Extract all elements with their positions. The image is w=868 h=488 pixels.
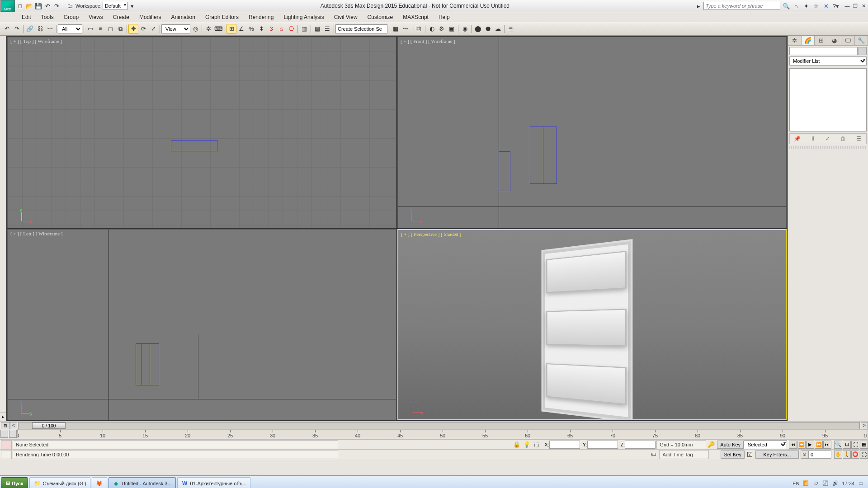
time-config-icon[interactable]: ⏲ xyxy=(801,450,809,459)
project-icon[interactable]: 🗂 xyxy=(66,2,74,10)
trackbar-keymode-icon[interactable] xyxy=(0,430,8,438)
save-file-icon[interactable]: 💾 xyxy=(34,2,42,10)
lock-selection-icon[interactable]: 🔒 xyxy=(512,440,522,450)
menu-rendering[interactable]: Rendering xyxy=(244,13,278,21)
unlink-icon[interactable]: ⛓ xyxy=(35,24,45,34)
viewport-top[interactable]: [ + ] [ Top ] [ Wireframe ] yx xyxy=(7,37,396,228)
menu-help[interactable]: Help xyxy=(434,13,454,21)
snap-3-icon[interactable]: 3 xyxy=(266,24,276,34)
prev-frame-icon[interactable]: ⏪ xyxy=(797,441,806,449)
selection-filter-select[interactable]: All xyxy=(58,24,82,33)
select-move-icon[interactable]: ✥ xyxy=(128,24,138,34)
close-icon[interactable]: ✕ xyxy=(860,3,867,9)
current-frame-input[interactable] xyxy=(809,450,831,459)
left-strip-tab[interactable]: ▸ xyxy=(0,412,6,421)
app-logo-icon[interactable]: MXD xyxy=(0,0,15,12)
menu-animation[interactable]: Animation xyxy=(167,13,200,21)
nav-orbit-icon[interactable]: ⭕ xyxy=(851,450,859,459)
play-icon[interactable]: ▶ xyxy=(806,441,814,449)
menu-create[interactable]: Create xyxy=(108,13,134,21)
menu-modifiers[interactable]: Modifiers xyxy=(135,13,166,21)
align-icon[interactable]: ▤ xyxy=(312,24,322,34)
render-preset-icon[interactable]: ⬣ xyxy=(483,24,493,34)
material-editor-icon[interactable]: ◐ xyxy=(427,24,437,34)
search-icon[interactable]: 🔍 xyxy=(781,1,791,11)
new-file-icon[interactable]: 🗋 xyxy=(16,2,24,10)
time-slider-track[interactable]: 0 / 100 xyxy=(18,422,860,429)
key-filters-button[interactable]: Key Filters... xyxy=(755,450,799,459)
pivot-center-icon[interactable]: ◎ xyxy=(190,24,200,34)
tab-modify-icon[interactable]: 🌈 xyxy=(802,36,815,45)
object-name-input[interactable] xyxy=(789,47,858,55)
open-file-icon[interactable]: 📂 xyxy=(25,2,33,10)
snap-percent-icon[interactable]: % xyxy=(246,24,256,34)
render-in-cloud-icon[interactable]: ☁ xyxy=(493,24,503,34)
start-button[interactable]: ⊞ Пуск xyxy=(1,477,28,488)
bind-space-warp-icon[interactable]: 〰 xyxy=(45,24,55,34)
viewport-left-label[interactable]: [ + ] [ Left ] [ Wireframe ] xyxy=(10,231,63,236)
viewport-perspective[interactable]: [ + ] [ Perspective ] [ Shaded ] zx xyxy=(397,229,787,421)
select-region-rect-icon[interactable]: ◻ xyxy=(105,24,115,34)
nav-walk-icon[interactable]: 🚶 xyxy=(843,450,851,459)
workspace-more-icon[interactable]: ▾ xyxy=(128,2,137,10)
menu-group[interactable]: Group xyxy=(59,13,83,21)
exchange-icon[interactable]: ✦ xyxy=(801,1,811,11)
time-tag-icon[interactable]: 🏷 xyxy=(648,450,658,460)
coord-z-input[interactable] xyxy=(625,441,656,449)
nav-max-toggle-icon[interactable]: ⛶ xyxy=(860,450,868,459)
key-mode-icon[interactable]: 🔑 xyxy=(706,440,716,450)
ref-coord-select[interactable]: View xyxy=(161,24,190,33)
pin-stack-icon[interactable]: 📌 xyxy=(793,135,802,143)
viewport-top-label[interactable]: [ + ] [ Top ] [ Wireframe ] xyxy=(10,38,62,44)
tab-motion-icon[interactable]: ◕ xyxy=(828,36,842,45)
script-listener-icon[interactable] xyxy=(1,440,12,449)
nav-pan-icon[interactable]: ✋ xyxy=(834,450,842,459)
named-sel-sets-icon[interactable]: ⎔ xyxy=(286,24,296,34)
menu-tools[interactable]: Tools xyxy=(37,13,58,21)
viewport-front-label[interactable]: [ + ] [ Front ] [ Wireframe ] xyxy=(401,38,455,44)
coord-y-input[interactable] xyxy=(587,441,618,449)
teapot-render-icon[interactable]: ☕ xyxy=(506,24,516,34)
modifier-stack[interactable] xyxy=(789,68,867,131)
script-mini-listener-icon[interactable] xyxy=(1,450,12,459)
panel-divider[interactable] xyxy=(789,146,867,149)
nav-zoom-all-icon[interactable]: ⊡ xyxy=(843,441,851,449)
select-scale-icon[interactable]: ⤢ xyxy=(148,24,158,34)
community-icon[interactable]: ✕ xyxy=(821,1,831,11)
key-filter-select[interactable]: Selected xyxy=(744,440,787,449)
nav-zoom-icon[interactable]: 🔍 xyxy=(834,441,842,449)
redo-button[interactable]: ↷ xyxy=(12,24,22,34)
edit-named-sel-icon[interactable]: ⌂ xyxy=(276,24,286,34)
tray-network-icon[interactable]: 📶 xyxy=(802,480,809,487)
tray-updates-icon[interactable]: 🔄 xyxy=(822,480,829,487)
track-bar[interactable]: 0510152025303540455055606570758085909510… xyxy=(17,429,868,438)
link-icon[interactable]: 🔗 xyxy=(25,24,35,34)
menu-views[interactable]: Views xyxy=(84,13,108,21)
viewport-front[interactable]: [ + ] [ Front ] [ Wireframe ] zx xyxy=(397,37,787,228)
undo-button[interactable]: ↶ xyxy=(2,24,12,34)
trackbar-toggle-icon[interactable]: ⊟ xyxy=(1,422,10,429)
curve-editor-icon[interactable]: 〜 xyxy=(401,24,410,34)
select-by-name-icon[interactable]: ≡ xyxy=(95,24,105,34)
tray-volume-icon[interactable]: 🔊 xyxy=(832,480,839,487)
redo-icon[interactable]: ↷ xyxy=(52,2,61,10)
schematic-view-icon[interactable]: ⿻ xyxy=(414,24,424,34)
menu-maxscript[interactable]: MAXScript xyxy=(398,13,433,21)
trackbar-filter-icon[interactable] xyxy=(9,430,17,438)
layers-icon[interactable]: ☰ xyxy=(322,24,332,34)
nav-zoom-extents-all-icon[interactable]: ▦ xyxy=(860,441,868,449)
next-frame-icon[interactable]: ⏩ xyxy=(815,441,823,449)
maximize-icon[interactable]: ❐ xyxy=(852,3,859,9)
auto-key-button[interactable]: Auto Key xyxy=(717,441,744,449)
taskbar-item-firefox[interactable]: 🦊 xyxy=(92,477,107,488)
select-object-icon[interactable]: ▭ xyxy=(85,24,95,34)
taskbar-item-drive[interactable]: 📁Съемный диск (G:) xyxy=(29,477,90,488)
tab-create-icon[interactable]: ✲ xyxy=(788,36,802,45)
render-setup-icon[interactable]: ⚙ xyxy=(437,24,447,34)
tray-desktop-icon[interactable]: ▭ xyxy=(857,480,864,487)
menu-lighting-analysis[interactable]: Lighting Analysis xyxy=(279,13,328,21)
tab-display-icon[interactable]: 🖵 xyxy=(841,36,855,45)
spinner-snap-icon[interactable]: ⬍ xyxy=(256,24,266,34)
modifier-list-select[interactable]: Modifier List xyxy=(789,56,867,66)
snap-angle-icon[interactable]: ∠ xyxy=(236,24,246,34)
